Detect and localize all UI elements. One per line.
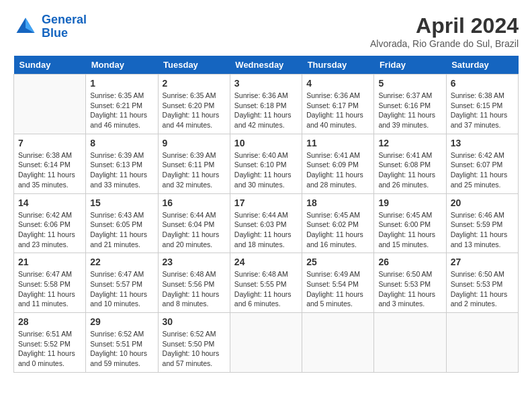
day-number: 27 (451, 257, 514, 267)
col-header-thursday: Thursday (302, 56, 374, 75)
day-info: Sunrise: 6:43 AMSunset: 6:05 PMDaylight:… (90, 210, 153, 250)
day-number: 22 (90, 257, 153, 267)
day-number: 10 (234, 138, 298, 148)
day-cell: 30Sunrise: 6:52 AMSunset: 5:50 PMDayligh… (158, 313, 230, 373)
day-cell: 5Sunrise: 6:37 AMSunset: 6:16 PMDaylight… (374, 75, 446, 134)
day-info: Sunrise: 6:39 AMSunset: 6:13 PMDaylight:… (90, 150, 153, 190)
day-info: Sunrise: 6:44 AMSunset: 6:03 PMDaylight:… (234, 210, 298, 250)
col-header-monday: Monday (86, 56, 158, 75)
day-number: 20 (451, 197, 514, 208)
day-number: 15 (90, 197, 153, 208)
day-info: Sunrise: 6:52 AMSunset: 5:51 PMDaylight:… (90, 329, 153, 369)
day-cell: 21Sunrise: 6:47 AMSunset: 5:58 PMDayligh… (14, 253, 86, 313)
day-info: Sunrise: 6:45 AMSunset: 6:02 PMDaylight:… (306, 210, 369, 250)
col-header-sunday: Sunday (14, 56, 86, 75)
logo-icon (13, 15, 38, 39)
day-number: 11 (306, 138, 369, 148)
day-info: Sunrise: 6:36 AMSunset: 6:17 PMDaylight:… (306, 91, 369, 130)
day-cell: 16Sunrise: 6:44 AMSunset: 6:04 PMDayligh… (158, 193, 230, 253)
week-row-1: 7Sunrise: 6:38 AMSunset: 6:14 PMDaylight… (14, 134, 519, 193)
day-cell: 4Sunrise: 6:36 AMSunset: 6:17 PMDaylight… (302, 75, 374, 134)
day-info: Sunrise: 6:41 AMSunset: 6:09 PMDaylight:… (306, 150, 369, 190)
day-cell: 18Sunrise: 6:45 AMSunset: 6:02 PMDayligh… (302, 193, 374, 253)
day-cell: 27Sunrise: 6:50 AMSunset: 5:53 PMDayligh… (446, 253, 518, 313)
day-info: Sunrise: 6:48 AMSunset: 5:56 PMDaylight:… (163, 269, 226, 309)
day-info: Sunrise: 6:42 AMSunset: 6:06 PMDaylight:… (18, 210, 81, 250)
day-cell (230, 313, 302, 373)
day-number: 6 (451, 78, 514, 89)
day-info: Sunrise: 6:50 AMSunset: 5:53 PMDaylight:… (451, 269, 514, 309)
day-info: Sunrise: 6:45 AMSunset: 6:00 PMDaylight:… (378, 210, 441, 250)
title-block: April 2024 Alvorada, Rio Grande do Sul, … (370, 13, 519, 49)
week-row-3: 21Sunrise: 6:47 AMSunset: 5:58 PMDayligh… (14, 253, 519, 313)
day-info: Sunrise: 6:47 AMSunset: 5:58 PMDaylight:… (18, 269, 81, 309)
day-cell: 11Sunrise: 6:41 AMSunset: 6:09 PMDayligh… (302, 134, 374, 193)
day-info: Sunrise: 6:35 AMSunset: 6:21 PMDaylight:… (90, 91, 153, 130)
day-cell: 20Sunrise: 6:46 AMSunset: 5:59 PMDayligh… (446, 193, 518, 253)
day-cell: 24Sunrise: 6:48 AMSunset: 5:55 PMDayligh… (230, 253, 302, 313)
day-cell: 10Sunrise: 6:40 AMSunset: 6:10 PMDayligh… (230, 134, 302, 193)
page-header: General Blue April 2024 Alvorada, Rio Gr… (13, 13, 519, 49)
day-number: 4 (306, 78, 369, 89)
day-info: Sunrise: 6:37 AMSunset: 6:16 PMDaylight:… (378, 91, 441, 130)
day-info: Sunrise: 6:42 AMSunset: 6:07 PMDaylight:… (451, 150, 514, 190)
day-number: 29 (90, 316, 153, 327)
week-row-2: 14Sunrise: 6:42 AMSunset: 6:06 PMDayligh… (14, 193, 519, 253)
logo: General Blue (13, 13, 87, 40)
day-info: Sunrise: 6:39 AMSunset: 6:11 PMDaylight:… (163, 150, 226, 190)
day-number: 23 (163, 257, 226, 267)
day-number: 8 (90, 138, 153, 148)
day-cell (446, 313, 518, 373)
day-number: 28 (18, 316, 81, 327)
day-number: 19 (378, 197, 441, 208)
day-info: Sunrise: 6:35 AMSunset: 6:20 PMDaylight:… (163, 91, 226, 130)
col-header-tuesday: Tuesday (158, 56, 230, 75)
day-number: 7 (18, 138, 81, 148)
day-number: 12 (378, 138, 441, 148)
day-info: Sunrise: 6:38 AMSunset: 6:15 PMDaylight:… (451, 91, 514, 130)
week-row-0: 1Sunrise: 6:35 AMSunset: 6:21 PMDaylight… (14, 75, 519, 134)
day-info: Sunrise: 6:44 AMSunset: 6:04 PMDaylight:… (163, 210, 226, 250)
day-cell: 13Sunrise: 6:42 AMSunset: 6:07 PMDayligh… (446, 134, 518, 193)
day-cell: 22Sunrise: 6:47 AMSunset: 5:57 PMDayligh… (86, 253, 158, 313)
day-info: Sunrise: 6:40 AMSunset: 6:10 PMDaylight:… (234, 150, 298, 190)
day-info: Sunrise: 6:47 AMSunset: 5:57 PMDaylight:… (90, 269, 153, 309)
day-info: Sunrise: 6:49 AMSunset: 5:54 PMDaylight:… (306, 269, 369, 309)
day-info: Sunrise: 6:51 AMSunset: 5:52 PMDaylight:… (18, 329, 81, 369)
col-header-friday: Friday (374, 56, 446, 75)
header-row: SundayMondayTuesdayWednesdayThursdayFrid… (14, 56, 519, 75)
day-cell: 26Sunrise: 6:50 AMSunset: 5:53 PMDayligh… (374, 253, 446, 313)
day-cell: 7Sunrise: 6:38 AMSunset: 6:14 PMDaylight… (14, 134, 86, 193)
day-info: Sunrise: 6:36 AMSunset: 6:18 PMDaylight:… (234, 91, 298, 130)
day-cell: 8Sunrise: 6:39 AMSunset: 6:13 PMDaylight… (86, 134, 158, 193)
day-number: 25 (306, 257, 369, 267)
day-number: 3 (234, 78, 298, 89)
day-cell: 29Sunrise: 6:52 AMSunset: 5:51 PMDayligh… (86, 313, 158, 373)
week-row-4: 28Sunrise: 6:51 AMSunset: 5:52 PMDayligh… (14, 313, 519, 373)
calendar-table: SundayMondayTuesdayWednesdayThursdayFrid… (13, 56, 519, 373)
logo-text: General Blue (42, 13, 87, 40)
day-cell: 6Sunrise: 6:38 AMSunset: 6:15 PMDaylight… (446, 75, 518, 134)
day-cell: 28Sunrise: 6:51 AMSunset: 5:52 PMDayligh… (14, 313, 86, 373)
day-cell: 2Sunrise: 6:35 AMSunset: 6:20 PMDaylight… (158, 75, 230, 134)
location: Alvorada, Rio Grande do Sul, Brazil (370, 38, 519, 49)
day-cell: 17Sunrise: 6:44 AMSunset: 6:03 PMDayligh… (230, 193, 302, 253)
day-cell: 19Sunrise: 6:45 AMSunset: 6:00 PMDayligh… (374, 193, 446, 253)
day-number: 16 (163, 197, 226, 208)
day-info: Sunrise: 6:48 AMSunset: 5:55 PMDaylight:… (234, 269, 298, 309)
day-cell (374, 313, 446, 373)
day-cell: 12Sunrise: 6:41 AMSunset: 6:08 PMDayligh… (374, 134, 446, 193)
day-cell: 1Sunrise: 6:35 AMSunset: 6:21 PMDaylight… (86, 75, 158, 134)
day-number: 24 (234, 257, 298, 267)
day-number: 30 (163, 316, 226, 327)
day-number: 21 (18, 257, 81, 267)
day-info: Sunrise: 6:52 AMSunset: 5:50 PMDaylight:… (163, 329, 226, 369)
day-cell (14, 75, 86, 134)
day-info: Sunrise: 6:50 AMSunset: 5:53 PMDaylight:… (378, 269, 441, 309)
col-header-wednesday: Wednesday (230, 56, 302, 75)
day-cell (302, 313, 374, 373)
day-number: 18 (306, 197, 369, 208)
day-cell: 23Sunrise: 6:48 AMSunset: 5:56 PMDayligh… (158, 253, 230, 313)
day-number: 13 (451, 138, 514, 148)
day-number: 17 (234, 197, 298, 208)
